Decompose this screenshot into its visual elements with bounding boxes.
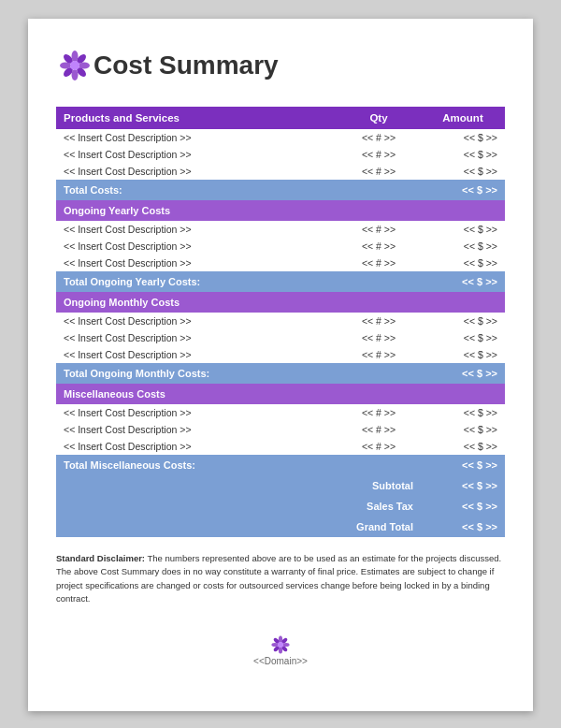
table-row: << Insert Cost Description >> << # >> <<… [56, 421, 505, 438]
table-row: << Insert Cost Description >> << # >> <<… [56, 313, 505, 329]
row-qty: << # >> [337, 421, 421, 438]
row-amount: << $ >> [421, 404, 505, 421]
row-amount: << $ >> [421, 329, 505, 346]
table-row: << Insert Cost Description >> << # >> <<… [56, 404, 505, 421]
subtotal-row: Subtotal << $ >> [56, 475, 505, 496]
cost-table: Products and Services Qty Amount << Inse… [56, 107, 505, 537]
grand-total-amount: << $ >> [421, 517, 505, 537]
row-amount: << $ >> [421, 163, 505, 180]
footer-logo-icon [269, 633, 292, 656]
row-qty: << # >> [337, 346, 421, 363]
row-desc: << Insert Cost Description >> [56, 221, 337, 238]
row-qty: << # >> [337, 146, 421, 163]
row-qty: << # >> [337, 238, 421, 255]
disclaimer: Standard Disclaimer: The numbers represe… [56, 552, 505, 605]
table-row: << Insert Cost Description >> << # >> <<… [56, 438, 505, 455]
sales-tax-amount: << $ >> [421, 496, 505, 517]
table-row: << Insert Cost Description >> << # >> <<… [56, 346, 505, 363]
disclaimer-bold: Standard Disclaimer: [56, 553, 145, 563]
page: Cost Summary Products and Services Qty A… [28, 19, 533, 711]
row-qty: << # >> [337, 221, 421, 238]
page-title: Cost Summary [94, 51, 279, 80]
grand-total-row: Grand Total << $ >> [56, 517, 505, 537]
table-row: << Insert Cost Description >> << # >> <<… [56, 238, 505, 255]
row-desc: << Insert Cost Description >> [56, 255, 337, 271]
total-row: Total Ongoing Yearly Costs: << $ >> [56, 271, 505, 292]
row-amount: << $ >> [421, 129, 505, 146]
sales-tax-label: Sales Tax [56, 496, 421, 517]
footer-domain: <<Domain>> [253, 656, 308, 666]
row-desc: << Insert Cost Description >> [56, 404, 337, 421]
subtotal-amount: << $ >> [421, 475, 505, 496]
row-qty: << # >> [337, 313, 421, 329]
row-amount: << $ >> [421, 238, 505, 255]
row-desc: << Insert Cost Description >> [56, 129, 337, 146]
row-amount: << $ >> [421, 221, 505, 238]
section-header-label: Ongoing Yearly Costs [56, 200, 505, 221]
section-header-row: Miscellaneous Costs [56, 384, 505, 404]
total-row: Total Ongoing Monthly Costs: << $ >> [56, 363, 505, 384]
section-header-label: Miscellaneous Costs [56, 384, 505, 404]
table-row: << Insert Cost Description >> << # >> <<… [56, 129, 505, 146]
row-desc: << Insert Cost Description >> [56, 329, 337, 346]
row-amount: << $ >> [421, 438, 505, 455]
col-amount: Amount [421, 107, 505, 129]
row-desc: << Insert Cost Description >> [56, 313, 337, 329]
section-header-row: Ongoing Monthly Costs [56, 292, 505, 313]
col-products: Products and Services [56, 107, 337, 129]
row-desc: << Insert Cost Description >> [56, 438, 337, 455]
section-header-row: Ongoing Yearly Costs [56, 200, 505, 221]
table-row: << Insert Cost Description >> << # >> <<… [56, 255, 505, 271]
row-qty: << # >> [337, 129, 421, 146]
total-label: Total Ongoing Monthly Costs: [56, 363, 421, 384]
total-label: Total Miscellaneous Costs: [56, 455, 421, 475]
total-amount: << $ >> [421, 455, 505, 475]
row-amount: << $ >> [421, 421, 505, 438]
header: Cost Summary [56, 47, 505, 84]
total-amount: << $ >> [421, 363, 505, 384]
row-amount: << $ >> [421, 146, 505, 163]
svg-point-18 [278, 642, 283, 648]
row-desc: << Insert Cost Description >> [56, 238, 337, 255]
total-amount: << $ >> [421, 271, 505, 292]
table-row: << Insert Cost Description >> << # >> <<… [56, 329, 505, 346]
row-desc: << Insert Cost Description >> [56, 146, 337, 163]
row-qty: << # >> [337, 163, 421, 180]
row-desc: << Insert Cost Description >> [56, 421, 337, 438]
row-desc: << Insert Cost Description >> [56, 163, 337, 180]
row-amount: << $ >> [421, 255, 505, 271]
table-header-row: Products and Services Qty Amount [56, 107, 505, 129]
footer: <<Domain>> [56, 633, 505, 666]
table-row: << Insert Cost Description >> << # >> <<… [56, 146, 505, 163]
col-qty: Qty [337, 107, 421, 129]
sales-tax-row: Sales Tax << $ >> [56, 496, 505, 517]
row-qty: << # >> [337, 438, 421, 455]
row-qty: << # >> [337, 255, 421, 271]
svg-point-9 [70, 61, 79, 70]
row-qty: << # >> [337, 329, 421, 346]
section-header-label: Ongoing Monthly Costs [56, 292, 505, 313]
total-label: Total Ongoing Yearly Costs: [56, 271, 421, 292]
total-row: Total Costs: << $ >> [56, 180, 505, 200]
row-amount: << $ >> [421, 313, 505, 329]
row-qty: << # >> [337, 404, 421, 421]
subtotal-label: Subtotal [56, 475, 421, 496]
table-row: << Insert Cost Description >> << # >> <<… [56, 163, 505, 180]
table-row: << Insert Cost Description >> << # >> <<… [56, 221, 505, 238]
total-row: Total Miscellaneous Costs: << $ >> [56, 455, 505, 475]
row-amount: << $ >> [421, 346, 505, 363]
total-amount: << $ >> [421, 180, 505, 200]
row-desc: << Insert Cost Description >> [56, 346, 337, 363]
logo-icon [56, 47, 94, 84]
total-label: Total Costs: [56, 180, 421, 200]
grand-total-label: Grand Total [56, 517, 421, 537]
